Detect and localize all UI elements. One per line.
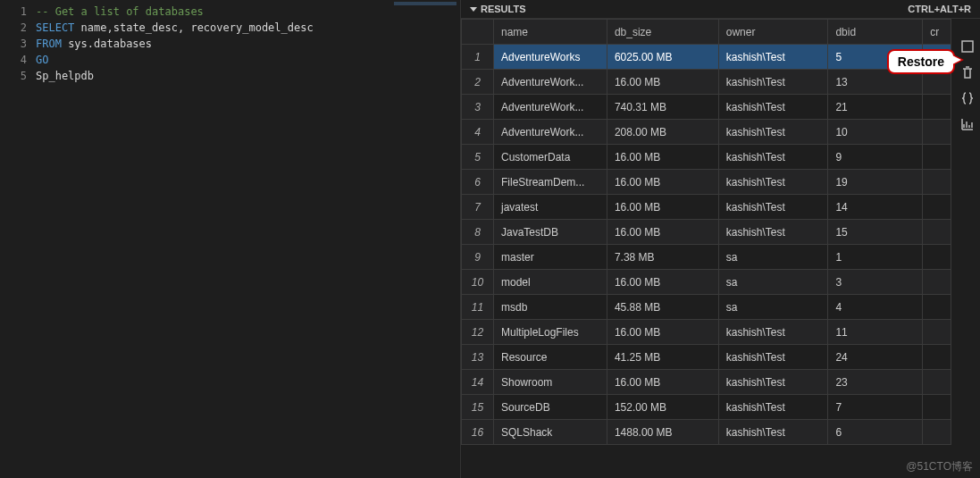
- cell-extra[interactable]: [923, 170, 951, 195]
- cell-name[interactable]: AdventureWork...: [493, 95, 607, 120]
- table-row[interactable]: 9master7.38 MBsa1: [462, 245, 951, 270]
- cell-owner[interactable]: kashish\Test: [718, 220, 828, 245]
- cell-db_size[interactable]: 1488.00 MB: [607, 420, 718, 445]
- cell-dbid[interactable]: 6: [828, 420, 923, 445]
- cell-name[interactable]: master: [493, 245, 607, 270]
- cell-owner[interactable]: sa: [718, 295, 828, 320]
- cell-db_size[interactable]: 16.00 MB: [607, 170, 718, 195]
- table-row[interactable]: 14Showroom16.00 MBkashish\Test23: [462, 370, 951, 395]
- cell-dbid[interactable]: 4: [828, 295, 923, 320]
- trash-icon[interactable]: [960, 65, 975, 82]
- row-number-cell[interactable]: 15: [462, 395, 494, 420]
- cell-name[interactable]: JavaTestDB: [493, 220, 607, 245]
- cell-dbid[interactable]: 10: [828, 120, 923, 145]
- cell-db_size[interactable]: 7.38 MB: [607, 245, 718, 270]
- cell-owner[interactable]: kashish\Test: [718, 420, 828, 445]
- cell-extra[interactable]: [923, 195, 951, 220]
- cell-extra[interactable]: [923, 420, 951, 445]
- cell-owner[interactable]: kashish\Test: [718, 170, 828, 195]
- row-number-cell[interactable]: 1: [462, 45, 494, 70]
- col-header-owner[interactable]: owner: [718, 20, 828, 45]
- cell-extra[interactable]: [923, 395, 951, 420]
- row-number-cell[interactable]: 4: [462, 120, 494, 145]
- cell-name[interactable]: AdventureWork...: [493, 120, 607, 145]
- cell-dbid[interactable]: 15: [828, 220, 923, 245]
- cell-extra[interactable]: [923, 370, 951, 395]
- row-number-cell[interactable]: 5: [462, 145, 494, 170]
- cell-name[interactable]: SQLShack: [493, 420, 607, 445]
- cell-owner[interactable]: kashish\Test: [718, 370, 828, 395]
- cell-dbid[interactable]: 14: [828, 195, 923, 220]
- col-header-dbid[interactable]: dbid: [828, 20, 923, 45]
- cell-name[interactable]: AdventureWorks: [493, 45, 607, 70]
- row-number-cell[interactable]: 3: [462, 95, 494, 120]
- cell-dbid[interactable]: 1: [828, 245, 923, 270]
- cell-name[interactable]: Showroom: [493, 370, 607, 395]
- cell-owner[interactable]: kashish\Test: [718, 45, 828, 70]
- cell-extra[interactable]: [923, 245, 951, 270]
- cell-db_size[interactable]: 41.25 MB: [607, 345, 718, 370]
- cell-db_size[interactable]: 16.00 MB: [607, 195, 718, 220]
- cell-db_size[interactable]: 16.00 MB: [607, 320, 718, 345]
- cell-name[interactable]: CustomerData: [493, 145, 607, 170]
- table-row[interactable]: 1AdventureWorks6025.00 MBkashish\Test5: [462, 45, 951, 70]
- cell-extra[interactable]: [923, 120, 951, 145]
- table-row[interactable]: 13Resource41.25 MBkashish\Test24: [462, 345, 951, 370]
- cell-owner[interactable]: kashish\Test: [718, 95, 828, 120]
- cell-extra[interactable]: [923, 270, 951, 295]
- cell-owner[interactable]: sa: [718, 245, 828, 270]
- cell-owner[interactable]: kashish\Test: [718, 145, 828, 170]
- collapse-caret-icon[interactable]: [470, 7, 477, 12]
- row-number-cell[interactable]: 12: [462, 320, 494, 345]
- cell-dbid[interactable]: 7: [828, 395, 923, 420]
- code-line[interactable]: FROM sys.databases: [36, 36, 460, 52]
- table-row[interactable]: 10model16.00 MBsa3: [462, 270, 951, 295]
- table-row[interactable]: 6FileStreamDem...16.00 MBkashish\Test19: [462, 170, 951, 195]
- cell-extra[interactable]: [923, 220, 951, 245]
- json-icon[interactable]: [960, 91, 975, 108]
- cell-db_size[interactable]: 45.88 MB: [607, 295, 718, 320]
- table-row[interactable]: 5CustomerData16.00 MBkashish\Test9: [462, 145, 951, 170]
- row-number-cell[interactable]: 10: [462, 270, 494, 295]
- col-header-dbsize[interactable]: db_size: [607, 20, 718, 45]
- cell-db_size[interactable]: 16.00 MB: [607, 220, 718, 245]
- cell-owner[interactable]: kashish\Test: [718, 120, 828, 145]
- row-number-cell[interactable]: 16: [462, 420, 494, 445]
- cell-name[interactable]: msdb: [493, 295, 607, 320]
- cell-db_size[interactable]: 16.00 MB: [607, 270, 718, 295]
- cell-name[interactable]: SourceDB: [493, 395, 607, 420]
- minimap[interactable]: [394, 2, 456, 14]
- cell-owner[interactable]: kashish\Test: [718, 345, 828, 370]
- row-number-cell[interactable]: 9: [462, 245, 494, 270]
- table-row[interactable]: 16SQLShack1488.00 MBkashish\Test6: [462, 420, 951, 445]
- cell-db_size[interactable]: 152.00 MB: [607, 395, 718, 420]
- col-header-name[interactable]: name: [493, 20, 607, 45]
- cell-owner[interactable]: kashish\Test: [718, 320, 828, 345]
- cell-owner[interactable]: kashish\Test: [718, 70, 828, 95]
- cell-name[interactable]: Resource: [493, 345, 607, 370]
- table-row[interactable]: 8JavaTestDB16.00 MBkashish\Test15: [462, 220, 951, 245]
- cell-dbid[interactable]: 23: [828, 370, 923, 395]
- cell-extra[interactable]: [923, 345, 951, 370]
- cell-name[interactable]: FileStreamDem...: [493, 170, 607, 195]
- cell-db_size[interactable]: 16.00 MB: [607, 145, 718, 170]
- chart-icon[interactable]: [960, 117, 975, 134]
- cell-extra[interactable]: [923, 95, 951, 120]
- row-number-cell[interactable]: 2: [462, 70, 494, 95]
- table-row[interactable]: 4AdventureWork...208.00 MBkashish\Test10: [462, 120, 951, 145]
- row-number-cell[interactable]: 7: [462, 195, 494, 220]
- cell-name[interactable]: AdventureWork...: [493, 70, 607, 95]
- code-area[interactable]: -- Get a list of databasesSELECT name,st…: [36, 0, 460, 478]
- row-number-cell[interactable]: 13: [462, 345, 494, 370]
- cell-dbid[interactable]: 9: [828, 145, 923, 170]
- row-number-cell[interactable]: 8: [462, 220, 494, 245]
- cell-db_size[interactable]: 16.00 MB: [607, 70, 718, 95]
- cell-dbid[interactable]: 24: [828, 345, 923, 370]
- table-row[interactable]: 3AdventureWork...740.31 MBkashish\Test21: [462, 95, 951, 120]
- cell-extra[interactable]: [923, 145, 951, 170]
- cell-db_size[interactable]: 740.31 MB: [607, 95, 718, 120]
- cell-extra[interactable]: [923, 320, 951, 345]
- cell-dbid[interactable]: 19: [828, 170, 923, 195]
- rownum-header[interactable]: [462, 20, 494, 45]
- cell-extra[interactable]: [923, 295, 951, 320]
